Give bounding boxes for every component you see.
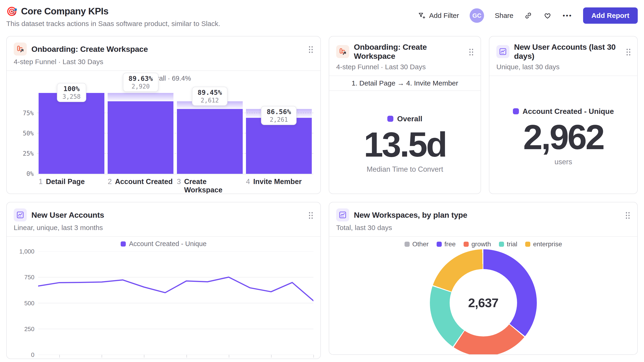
more-menu-button[interactable]: ••• — [563, 12, 572, 19]
donut-legend-item[interactable]: free — [436, 241, 456, 248]
drag-handle-icon[interactable] — [626, 48, 630, 55]
funnel-step-range: 1. Detail Page → 4. Invite Member — [329, 76, 480, 90]
legend-label: Other — [412, 241, 429, 248]
funnel-bar-count: 2,261 — [267, 116, 291, 123]
donut-legend-item[interactable]: growth — [464, 241, 491, 248]
trend-line[interactable] — [38, 277, 314, 301]
funnel-bar-tooltip: 86.56%2,261 — [261, 106, 297, 125]
card-divider — [7, 236, 320, 237]
donut-legend-item[interactable]: Other — [404, 241, 429, 248]
card-onboarding-funnel: Onboarding: Create Workspace 4-step Funn… — [6, 36, 321, 194]
filter-plus-icon — [418, 12, 426, 19]
metric-caption: Median Time to Convert — [367, 165, 443, 174]
card-subtitle: 4-step Funnel · Last 30 Days — [336, 63, 474, 71]
funnel-step-label[interactable]: 1Detail Page — [37, 178, 106, 194]
avatar[interactable]: GC — [470, 8, 484, 23]
metric-caption: users — [554, 158, 572, 166]
dashboard-header: 🎯 Core Company KPIs This dataset tracks … — [0, 0, 644, 28]
card-subtitle: Linear, unique, last 3 months — [14, 224, 314, 232]
card-title: Onboarding: Create Workspace — [32, 45, 148, 54]
share-button[interactable]: Share — [495, 12, 513, 19]
funnel-report-icon — [336, 45, 349, 58]
funnel-bar-pct: 89.45% — [198, 88, 222, 96]
metric-legend[interactable]: Overall — [387, 115, 422, 123]
funnel-bar-count: 2,612 — [198, 97, 222, 104]
line-y-axis: 02505007501,000 — [14, 251, 38, 355]
funnel-bar[interactable] — [177, 109, 243, 174]
funnel-step-label[interactable]: 4Invite Member — [244, 178, 314, 194]
metric-value: 13.5d — [364, 126, 446, 163]
drag-handle-icon[interactable] — [625, 211, 630, 219]
funnel-bar[interactable] — [38, 93, 104, 174]
line-x-tick — [102, 355, 102, 358]
legend-swatch — [525, 242, 530, 247]
funnel-plot: 100%3,25889.63%2,92089.45%2,61286.56%2,2… — [37, 93, 314, 174]
card-subtitle: Unique, last 30 days — [496, 63, 630, 71]
funnel-y-tick-label: 0% — [26, 170, 34, 177]
funnel-y-axis: 0%25%50%75% — [14, 93, 37, 174]
funnel-bar-count: 2,920 — [128, 83, 153, 90]
legend-label: trial — [507, 241, 517, 248]
donut-hole: 2,637 — [450, 269, 517, 337]
line-x-tick — [314, 355, 314, 358]
drag-handle-icon[interactable] — [308, 45, 314, 53]
drag-handle-icon[interactable] — [308, 211, 314, 219]
card-divider — [329, 236, 637, 237]
funnel-legend[interactable]: Overall · 69.4% — [7, 75, 320, 82]
line-x-tick — [229, 355, 229, 358]
funnel-bar-pct: 100% — [62, 85, 80, 93]
funnel-dropoff-ghost — [108, 93, 174, 101]
legend-swatch — [387, 116, 393, 122]
line-y-tick-label: 0 — [31, 351, 34, 359]
line-y-tick-label: 1,000 — [19, 248, 34, 255]
line-legend[interactable]: Account Created - Unique — [7, 240, 320, 248]
card-workspaces-by-plan: New Workspaces, by plan type Total, last… — [329, 202, 638, 355]
funnel-bar[interactable] — [246, 118, 312, 174]
funnel-bar-tooltip: 89.63%2,920 — [123, 73, 158, 92]
funnel-y-tick-label: 50% — [23, 130, 34, 137]
funnel-y-tick-label: 75% — [23, 110, 34, 117]
funnel-chart: 0%25%50%75% 100%3,25889.63%2,92089.45%2,… — [7, 93, 320, 174]
donut-legend-item[interactable]: trial — [499, 241, 517, 248]
funnel-bar[interactable] — [108, 101, 174, 174]
donut-chart[interactable]: 2,637 — [430, 249, 537, 355]
favorite-button[interactable] — [543, 11, 552, 20]
funnel-step-label[interactable]: 3Create Workspace — [175, 178, 244, 194]
donut-total: 2,637 — [468, 296, 498, 310]
funnel-y-tick-label: 25% — [23, 150, 34, 157]
add-report-button[interactable]: Add Report — [583, 7, 638, 24]
step-name: Detail Page — [46, 178, 85, 186]
line-x-tick — [271, 355, 272, 358]
copy-link-button[interactable] — [524, 11, 532, 20]
line-y-tick-label: 750 — [24, 274, 34, 281]
dashboard-grid: Onboarding: Create Workspace 4-step Funn… — [0, 36, 644, 359]
metric-value: 2,962 — [523, 119, 603, 156]
funnel-step-label[interactable]: 2Account Created — [106, 178, 175, 194]
card-title: New Workspaces, by plan type — [354, 211, 467, 220]
line-x-tick — [186, 355, 187, 358]
donut-legend-item[interactable]: enterprise — [525, 241, 562, 248]
line-y-tick-label: 250 — [24, 325, 34, 333]
card-title: New User Accounts (last 30 days) — [514, 42, 621, 61]
link-icon — [524, 11, 532, 20]
add-filter-button[interactable]: Add Filter — [418, 12, 459, 19]
drag-handle-icon[interactable] — [469, 48, 474, 55]
legend-label: growth — [472, 241, 491, 248]
legend-swatch — [121, 241, 126, 247]
more-icon: ••• — [563, 12, 572, 19]
page-title: Core Company KPIs — [21, 6, 108, 16]
line-x-tick — [59, 355, 60, 358]
funnel-bar-tooltip: 100%3,258 — [57, 83, 86, 102]
legend-swatch — [499, 242, 504, 247]
metric-block: Account Created - Unique 2,962 users — [490, 76, 637, 194]
donut-chart-area: 2,637 — [329, 249, 637, 355]
card-new-user-accounts-trend: New User Accounts Linear, unique, last 3… — [6, 202, 321, 359]
funnel-bar-pct: 86.56% — [267, 108, 291, 116]
card-subtitle: Total, last 30 days — [336, 224, 630, 232]
metric-legend[interactable]: Account Created - Unique — [513, 107, 614, 116]
insights-report-icon — [336, 208, 349, 221]
legend-swatch — [464, 242, 469, 247]
funnel-report-icon — [14, 42, 27, 55]
legend-swatch — [436, 242, 442, 247]
line-y-tick-label: 500 — [24, 300, 34, 307]
